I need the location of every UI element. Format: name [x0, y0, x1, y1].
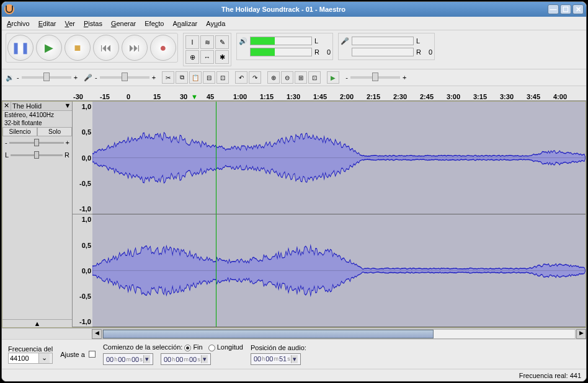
menu-analizar[interactable]: Analizar	[172, 20, 197, 27]
horizontal-scrollbar[interactable]: ◀ ▶	[2, 328, 586, 339]
menu-editar[interactable]: Editar	[38, 20, 56, 27]
ruler-tick: 30	[180, 93, 187, 100]
project-rate-dropdown[interactable]: ⌄	[38, 353, 50, 363]
track-close-button[interactable]: ✕	[2, 102, 11, 110]
play-small-button[interactable]: ▶	[327, 71, 339, 84]
skip-end-button[interactable]: ⏭	[122, 35, 148, 61]
meter-in-l[interactable]	[352, 37, 414, 45]
scroll-thumb[interactable]	[103, 330, 434, 338]
playback-cursor	[216, 102, 216, 214]
snap-checkbox[interactable]	[89, 351, 96, 358]
timeshift-tool[interactable]: ↔	[200, 50, 214, 64]
ruler-tick: 2:00	[340, 93, 354, 100]
audio-position-time[interactable]: 00h00m51s▾	[251, 353, 301, 365]
ruler-tick: -30	[73, 93, 83, 100]
pause-button[interactable]: ❚❚	[7, 35, 33, 61]
maximize-button[interactable]: ☐	[560, 4, 571, 14]
trim-button[interactable]: ⊟	[203, 71, 215, 84]
track-gain-slider[interactable]: -+	[2, 136, 72, 149]
speaker-icon: 🔊	[239, 37, 247, 45]
mute-button[interactable]: Silencio	[2, 127, 37, 136]
statusbar: Frecuencia real: 441	[2, 369, 586, 381]
ruler-tick: 1:45	[313, 93, 327, 100]
track-pan-slider[interactable]: LR	[2, 149, 72, 161]
track-control-panel: ✕ The Holid ▼ Estéreo, 44100Hz 32-bit fl…	[2, 102, 73, 327]
skip-start-button[interactable]: ⏮	[93, 35, 119, 61]
waveform-left[interactable]	[92, 102, 586, 214]
meter-r-label: R	[314, 48, 319, 56]
menu-efecto[interactable]: Efecto	[145, 20, 164, 27]
silence-button[interactable]: ⊡	[216, 71, 229, 84]
meter-out-value: 0	[327, 48, 331, 56]
envelope-tool[interactable]: ≋	[200, 35, 214, 49]
track-menu-button[interactable]: ▼	[63, 102, 72, 110]
actual-rate-label: Frecuencia real: 441	[519, 372, 581, 379]
transport-toolbar: ❚❚ ▶ ■ ⏮ ⏭ ●	[6, 33, 178, 63]
ruler-tick: 4:00	[553, 93, 567, 100]
menu-ver[interactable]: Ver	[65, 20, 75, 27]
close-button[interactable]: ✕	[572, 4, 584, 14]
selection-start-label: Comienzo de la selección:	[103, 343, 182, 351]
zoom-sel-button[interactable]: ⊡	[308, 71, 321, 84]
menu-ayuda[interactable]: Ayuda	[206, 20, 225, 27]
playhead-marker[interactable]: ▼	[191, 93, 198, 100]
length-radio[interactable]	[208, 345, 215, 351]
ruler-tick: 3:00	[447, 93, 460, 100]
output-meter: 🔊 L R 0	[236, 33, 333, 60]
ruler-tick: -15	[100, 93, 110, 100]
menu-archivo[interactable]: Archivo	[7, 20, 30, 27]
track-format: Estéreo, 44100Hz	[2, 111, 72, 119]
cut-button[interactable]: ✂	[162, 71, 174, 84]
meter-out-l[interactable]	[250, 37, 312, 45]
record-button[interactable]: ●	[150, 35, 176, 61]
ruler-tick: 3:30	[500, 93, 514, 100]
paste-button[interactable]: 📋	[189, 71, 202, 84]
redo-button[interactable]: ↷	[249, 71, 261, 84]
ruler-tick: 2:45	[420, 93, 434, 100]
copy-button[interactable]: ⧉	[176, 71, 188, 84]
ruler-tick: 0	[127, 93, 130, 100]
titlebar[interactable]: The Holiday Soundtrack - 01 - Maestro — …	[2, 2, 586, 17]
zoom-in-button[interactable]: ⊕	[267, 71, 280, 84]
undo-button[interactable]: ↶	[235, 71, 247, 84]
meter-in-r[interactable]	[352, 48, 414, 56]
waveform-right[interactable]	[92, 214, 586, 327]
solo-button[interactable]: Solo	[37, 127, 72, 136]
draw-tool[interactable]: ✎	[215, 35, 229, 49]
playback-speed-slider[interactable]: -+	[345, 74, 406, 81]
play-button[interactable]: ▶	[36, 35, 62, 61]
scroll-right-button[interactable]: ▶	[576, 329, 586, 339]
snap-label: Ajuste a	[60, 351, 85, 358]
track-collapse-button[interactable]: ▲	[2, 319, 72, 327]
project-rate-combo[interactable]: ⌄	[8, 353, 53, 364]
menubar: Archivo Editar Ver Pistas Generar Efecto…	[2, 17, 586, 30]
zoom-out-button[interactable]: ⊖	[281, 71, 293, 84]
zoom-fit-button[interactable]: ⊞	[295, 71, 307, 84]
ruler-tick: 2:15	[367, 93, 380, 100]
stop-button[interactable]: ■	[65, 35, 91, 61]
selection-end-time[interactable]: 00h00m00s▾	[161, 353, 211, 365]
speaker-small-icon: 🔉	[6, 74, 14, 82]
output-volume-slider[interactable]: 🔉-+	[6, 74, 78, 82]
freq-label: Frecuencia del	[8, 345, 53, 353]
mic-icon: 🎤	[341, 37, 349, 45]
minimize-button[interactable]: —	[548, 4, 559, 14]
selection-tool[interactable]: I	[185, 35, 199, 49]
menu-pistas[interactable]: Pistas	[84, 20, 102, 27]
meter-l-label: L	[314, 37, 318, 45]
ruler-tick: 2:30	[393, 93, 407, 100]
input-volume-slider[interactable]: 🎤-+	[84, 74, 156, 82]
ruler-tick: 45	[207, 93, 214, 100]
end-radio[interactable]	[184, 345, 191, 351]
zoom-tool[interactable]: ⊕	[185, 50, 199, 64]
timeline-ruler[interactable]: ▼ -30-1501530451:001:151:301:452:002:152…	[2, 86, 586, 101]
track-bits: 32-bit flotante	[2, 119, 72, 127]
menu-generar[interactable]: Generar	[111, 20, 136, 27]
audio-position-label: Posición de audio:	[251, 344, 306, 351]
selection-start-time[interactable]: 00h00m00s▾	[103, 353, 153, 365]
meter-out-r[interactable]	[250, 48, 312, 56]
scroll-left-button[interactable]: ◀	[92, 329, 102, 339]
project-rate-input[interactable]	[9, 353, 38, 363]
track-name: The Holid	[11, 102, 63, 110]
multi-tool[interactable]: ✱	[215, 50, 229, 64]
